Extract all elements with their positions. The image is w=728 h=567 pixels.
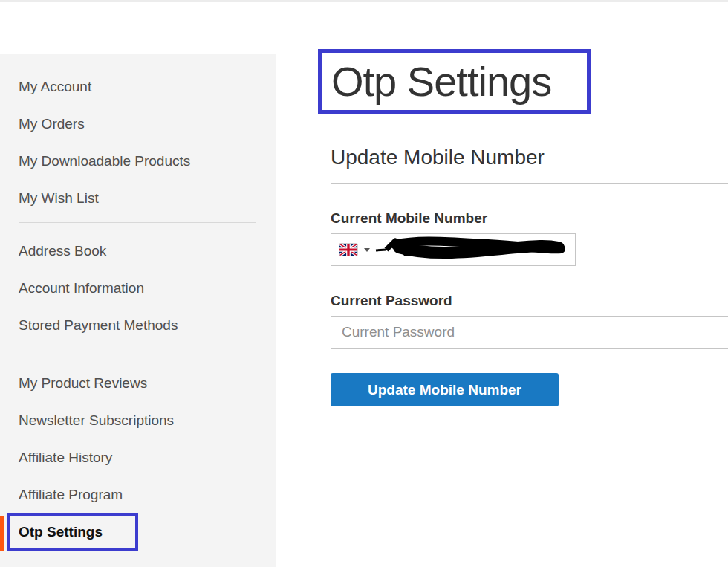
- section-heading: Update Mobile Number: [331, 146, 728, 184]
- sidebar-item-label[interactable]: Affiliate History: [0, 450, 112, 466]
- account-sidebar: My Account My Orders My Downloadable Pro…: [0, 54, 276, 567]
- country-selector[interactable]: [339, 244, 370, 256]
- sidebar-item-label[interactable]: Otp Settings: [0, 524, 103, 540]
- sidebar-item-affiliate-history[interactable]: Affiliate History: [0, 439, 276, 476]
- sidebar-divider: [19, 354, 256, 354]
- sidebar-item-stored-payment-methods[interactable]: Stored Payment Methods: [0, 307, 276, 344]
- current-password-label: Current Password: [331, 293, 728, 309]
- update-mobile-number-button[interactable]: Update Mobile Number: [331, 373, 559, 406]
- sidebar-item-my-orders[interactable]: My Orders: [0, 106, 276, 143]
- sidebar-item-label[interactable]: Address Book: [0, 243, 106, 259]
- sidebar-item-label[interactable]: Affiliate Program: [0, 487, 123, 503]
- dropdown-arrow-icon: [364, 248, 370, 252]
- sidebar-item-my-downloadable-products[interactable]: My Downloadable Products: [0, 143, 276, 180]
- sidebar-item-label[interactable]: Stored Payment Methods: [0, 317, 178, 334]
- sidebar-item-label[interactable]: My Downloadable Products: [0, 153, 190, 169]
- sidebar-item-label[interactable]: My Product Reviews: [0, 375, 147, 392]
- sidebar-item-label[interactable]: My Wish List: [0, 190, 99, 207]
- mobile-number-label: Current Mobile Number: [331, 210, 728, 227]
- sidebar-item-newsletter-subscriptions[interactable]: Newsletter Subscriptions: [0, 402, 276, 439]
- uk-flag-icon: [339, 244, 357, 256]
- sidebar-item-label[interactable]: My Account: [0, 79, 91, 95]
- sidebar-item-my-wish-list[interactable]: My Wish List: [0, 180, 276, 217]
- sidebar-item-my-account[interactable]: My Account: [0, 68, 276, 106]
- sidebar-item-address-book[interactable]: Address Book: [0, 233, 276, 270]
- sidebar-nav-list: My Account My Orders My Downloadable Pro…: [0, 54, 276, 551]
- mobile-number-input[interactable]: [331, 233, 576, 266]
- main-content: Update Mobile Number Current Mobile Numb…: [331, 0, 728, 406]
- sidebar-item-label[interactable]: Account Information: [0, 280, 144, 297]
- sidebar-item-affiliate-program[interactable]: Affiliate Program: [0, 476, 276, 513]
- redacted-phone-number-scribble: [375, 236, 568, 263]
- sidebar-divider: [19, 222, 256, 223]
- current-password-input[interactable]: [331, 316, 728, 349]
- sidebar-item-label[interactable]: My Orders: [0, 116, 85, 132]
- sidebar-item-otp-settings[interactable]: Otp Settings: [0, 513, 276, 551]
- sidebar-item-account-information[interactable]: Account Information: [0, 270, 276, 307]
- sidebar-item-my-product-reviews[interactable]: My Product Reviews: [0, 365, 276, 402]
- sidebar-item-label[interactable]: Newsletter Subscriptions: [0, 412, 174, 429]
